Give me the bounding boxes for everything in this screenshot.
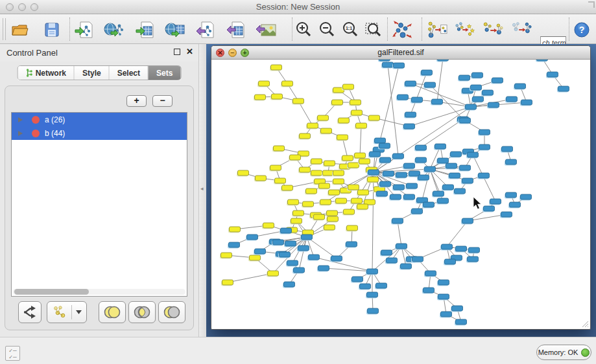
difference-sets-button[interactable]: [158, 301, 185, 323]
status-bar: ✓─✓─ Memory: OK: [0, 337, 596, 364]
network-from-selection-icon: [427, 20, 447, 40]
svg-text:?: ?: [579, 25, 585, 35]
memory-status-button[interactable]: Memory: OK: [536, 345, 591, 360]
open-folder-icon: [10, 21, 29, 39]
toolbar-separator: [69, 17, 70, 41]
zoom-selected-region-button[interactable]: [363, 19, 384, 40]
zoom-actual-size-button[interactable]: 1:1: [340, 19, 361, 40]
sets-list[interactable]: a (26) b (44): [11, 112, 187, 297]
import-table-web-button[interactable]: [165, 19, 185, 40]
export-network-button[interactable]: [195, 19, 216, 40]
import-network-web-button[interactable]: [104, 19, 125, 40]
select-neighbors-icon: [454, 20, 475, 40]
layout-icon: [392, 20, 412, 40]
zoom-in-button[interactable]: [293, 19, 314, 40]
set-color-dot-icon: [32, 116, 40, 124]
float-panel-button[interactable]: [174, 49, 180, 55]
horizontal-scrollbar[interactable]: [13, 289, 185, 295]
collapse-selection-icon: [511, 20, 532, 40]
zoom-one-to-one-icon: 1:1: [341, 21, 359, 39]
main-toolbar: 1:1: [0, 14, 596, 44]
window-resize-icon: [588, 1, 595, 8]
window-titlebar: Session: New Session: [0, 0, 596, 14]
expand-selection-button[interactable]: [483, 19, 503, 40]
network-frame[interactable]: ✕ − + galFiltered.sif: [211, 45, 591, 330]
import-network-web-icon: [104, 21, 125, 39]
apply-layout-button[interactable]: [392, 19, 412, 40]
window-title: Session: New Session: [0, 2, 596, 12]
toolbar-separator: [292, 17, 292, 41]
intersect-sets-button[interactable]: [128, 301, 156, 323]
mouse-cursor: [473, 197, 481, 209]
tab-label: Sets: [156, 69, 173, 78]
collapse-panel-arrow-icon[interactable]: ◂: [200, 185, 204, 192]
save-disk-icon: [43, 21, 60, 38]
export-image-button[interactable]: [256, 19, 276, 40]
network-desktop: ✕ − + galFiltered.sif: [206, 44, 596, 337]
split-arrows-icon: [23, 306, 37, 319]
tab-style[interactable]: Style: [75, 66, 110, 80]
import-table-file-button[interactable]: [135, 19, 156, 40]
set-label: b (44): [45, 129, 65, 138]
toolbar-separator: [387, 17, 388, 41]
button-divider: [71, 305, 72, 319]
zoom-in-icon: [294, 21, 313, 39]
import-network-file-icon: [75, 21, 94, 39]
expand-triangle-icon[interactable]: [18, 131, 23, 136]
control-panel: Control Panel ✕ Network Style Select Set…: [0, 44, 198, 337]
network-frame-titlebar[interactable]: ✕ − + galFiltered.sif: [211, 46, 590, 60]
set-row-b[interactable]: b (44): [12, 126, 187, 140]
set-row-a[interactable]: a (26): [12, 113, 187, 126]
remove-set-button[interactable]: −: [152, 95, 173, 107]
tab-label: Select: [117, 69, 140, 78]
tab-label: Style: [82, 69, 101, 78]
tab-sets[interactable]: Sets: [149, 66, 180, 80]
zoom-out-icon: [318, 21, 336, 39]
task-history-button[interactable]: ✓─✓─: [5, 346, 20, 361]
network-frame-title: galFiltered.sif: [211, 48, 590, 57]
select-neighbors-button[interactable]: [454, 19, 475, 40]
new-network-from-selection-button[interactable]: [427, 19, 447, 40]
panel-splitter[interactable]: ◂: [198, 44, 206, 337]
collapse-selection-button[interactable]: [511, 19, 532, 40]
import-table-web-icon: [165, 21, 185, 39]
help-button[interactable]: ?: [571, 19, 592, 40]
save-session-button[interactable]: [42, 19, 62, 40]
tab-select[interactable]: Select: [110, 66, 149, 80]
import-network-file-button[interactable]: [74, 19, 95, 40]
help-icon: ?: [573, 21, 590, 38]
network-tab-icon: [26, 69, 33, 77]
dropdown-arrow-icon[interactable]: [76, 310, 82, 314]
memory-status-label: Memory: OK: [538, 348, 578, 356]
split-set-button[interactable]: [18, 301, 42, 323]
toolbar-drag-handle[interactable]: [3, 18, 6, 40]
set-color-dot-icon: [32, 130, 40, 137]
difference-venn-icon: [163, 306, 181, 319]
control-panel-tabs: Network Style Select Sets: [18, 65, 182, 80]
export-network-icon: [196, 21, 215, 39]
network-set-icon: [52, 305, 67, 319]
control-panel-header: Control Panel ✕: [0, 44, 198, 62]
tab-network[interactable]: Network: [18, 66, 75, 80]
intersection-venn-icon: [133, 306, 151, 319]
scrollbar-thumb[interactable]: [14, 289, 89, 295]
network-graph[interactable]: [212, 60, 590, 328]
union-venn-icon: [103, 306, 121, 319]
close-panel-button[interactable]: ✕: [186, 47, 193, 56]
zoom-out-button[interactable]: [316, 19, 337, 40]
open-session-button[interactable]: [9, 19, 30, 40]
toolbar-separator: [422, 17, 422, 41]
memory-ok-indicator-icon: [581, 348, 590, 357]
add-set-button[interactable]: +: [126, 95, 147, 107]
export-table-button[interactable]: [226, 19, 246, 40]
tab-label: Network: [36, 69, 66, 78]
frame-resize-grip[interactable]: [580, 319, 589, 328]
import-table-file-icon: [136, 21, 155, 39]
union-sets-button[interactable]: [99, 301, 126, 323]
zoom-selected-icon: [364, 21, 383, 39]
network-canvas[interactable]: [212, 60, 590, 328]
create-set-from-network-button[interactable]: [47, 301, 87, 323]
svg-text:1:1: 1:1: [346, 26, 352, 30]
sets-panel: + − a (26) b (44): [5, 85, 194, 330]
expand-triangle-icon[interactable]: [18, 117, 23, 122]
